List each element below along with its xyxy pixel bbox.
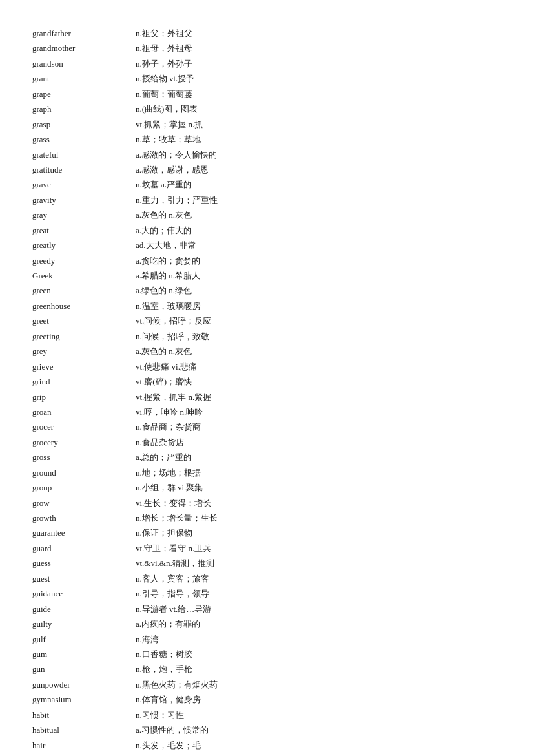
word-chinese: a.灰色的 n.灰色 (136, 344, 502, 358)
word-chinese: n.祖父；外祖父 (136, 26, 502, 40)
word-row: graven.坟墓 a.严重的 (32, 177, 502, 192)
word-chinese: n.温室，玻璃暖房 (136, 299, 502, 313)
word-chinese: a.希腊的 n.希腊人 (136, 269, 502, 282)
word-chinese: n.口香糖；树胶 (136, 647, 502, 661)
word-row: groundn.地；场地；根据 (32, 465, 502, 480)
word-chinese: a.灰色的 n.灰色 (136, 208, 502, 222)
word-row: greedya.贪吃的；贪婪的 (32, 253, 502, 268)
word-english: gunpowder (32, 678, 136, 691)
word-row: grindvt.磨(碎)；磨快 (32, 374, 502, 389)
word-row: guiden.导游者 vt.给…导游 (32, 602, 502, 616)
word-english: gray (32, 208, 136, 222)
word-english: group (32, 481, 136, 494)
word-chinese: vt.问候，招呼；反应 (136, 314, 502, 328)
word-chinese: n.枪，炮，手枪 (136, 662, 502, 676)
word-row: guessvt.&vi.&n.猜测，推测 (32, 556, 502, 571)
word-row: grandsonn.孙子，外孙子 (32, 56, 502, 71)
word-row: greena.绿色的 n.绿色 (32, 283, 502, 298)
word-row: haircutn.理发 (32, 753, 502, 756)
word-chinese: n.理发 (136, 753, 502, 756)
word-chinese: n.体育馆，健身房 (136, 693, 502, 706)
word-row: grossa.总的；严重的 (32, 450, 502, 465)
word-english: gun (32, 662, 136, 676)
word-row: guidancen.引导，指导，领导 (32, 586, 502, 601)
word-chinese: n.习惯；习性 (136, 708, 502, 722)
word-english: Greek (32, 269, 136, 282)
word-english: grandson (32, 57, 136, 70)
word-english: grandfather (32, 26, 136, 40)
word-english: greeting (32, 330, 136, 343)
word-chinese: n.引导，指导，领导 (136, 587, 502, 600)
word-english: guest (32, 572, 136, 585)
word-chinese: n.重力，引力；严重性 (136, 193, 502, 207)
word-row: guaranteen.保证；担保物 (32, 525, 502, 540)
word-chinese: vt.使悲痛 vi.悲痛 (136, 360, 502, 373)
word-english: grateful (32, 148, 136, 162)
word-chinese: vt.抓紧；掌握 n.抓 (136, 118, 502, 131)
word-chinese: n.增长；增长量；生长 (136, 511, 502, 525)
word-row: groupn.小组，群 vi.聚集 (32, 480, 502, 495)
word-row: gratefula.感激的；令人愉快的 (32, 147, 502, 162)
word-english: grind (32, 375, 136, 388)
word-row: gumn.口香糖；树胶 (32, 647, 502, 662)
word-chinese: vt.握紧，抓牢 n.紧握 (136, 390, 502, 404)
word-english: habitual (32, 723, 136, 737)
word-english: greedy (32, 254, 136, 268)
word-row: greetvt.问候，招呼；反应 (32, 313, 502, 328)
word-chinese: a.总的；严重的 (136, 450, 502, 464)
word-row: guiltya.内疚的；有罪的 (32, 616, 502, 631)
word-chinese: n.小组，群 vi.聚集 (136, 481, 502, 494)
word-english: graph (32, 102, 136, 116)
word-row: gulfn.海湾 (32, 632, 502, 647)
word-chinese: vt.&vi.&n.猜测，推测 (136, 556, 502, 570)
word-chinese: a.绿色的 n.绿色 (136, 284, 502, 297)
word-english: grieve (32, 360, 136, 373)
word-english: guilty (32, 617, 136, 631)
word-english: gravity (32, 193, 136, 207)
word-chinese: n.问候，招呼，致敬 (136, 330, 502, 343)
word-row: grandfathern.祖父；外祖父 (32, 26, 502, 41)
word-row: habitn.习惯；习性 (32, 708, 502, 722)
word-row: Greeka.希腊的 n.希腊人 (32, 268, 502, 283)
word-row: greatlyad.大大地，非常 (32, 238, 502, 253)
word-english: grocery (32, 436, 136, 449)
word-chinese: n.祖母，外祖母 (136, 41, 502, 55)
word-chinese: a.习惯性的，惯常的 (136, 723, 502, 737)
word-chinese: vt.守卫；看守 n.卫兵 (136, 541, 502, 555)
word-english: grave (32, 178, 136, 191)
word-row: guestn.客人，宾客；旅客 (32, 571, 502, 586)
word-chinese: a.感激的；令人愉快的 (136, 148, 502, 162)
word-english: grape (32, 87, 136, 101)
word-row: greya.灰色的 n.灰色 (32, 344, 502, 359)
word-chinese: a.贪吃的；贪婪的 (136, 254, 502, 268)
word-english: greatly (32, 238, 136, 252)
word-english: grey (32, 344, 136, 358)
word-english: grow (32, 496, 136, 510)
word-row: grandmothern.祖母，外祖母 (32, 41, 502, 56)
word-chinese: n.坟墓 a.严重的 (136, 178, 502, 191)
word-chinese: n.头发，毛发；毛 (136, 739, 502, 752)
word-list: grandfathern.祖父；外祖父grandmothern.祖母，外祖母gr… (32, 26, 502, 756)
word-chinese: a.感激，感谢，感恩 (136, 163, 502, 176)
word-row: groanvi.哼，呻吟 n.呻吟 (32, 404, 502, 419)
word-chinese: n.黑色火药；有烟火药 (136, 678, 502, 691)
word-english: grandmother (32, 41, 136, 55)
word-row: gunn.枪，炮，手枪 (32, 662, 502, 677)
word-row: grantn.授给物 vt.授予 (32, 71, 502, 86)
word-english: hair (32, 739, 136, 752)
word-row: greata.大的；伟大的 (32, 223, 502, 238)
word-english: grip (32, 390, 136, 404)
word-english: grasp (32, 118, 136, 131)
word-english: great (32, 224, 136, 237)
word-row: greetingn.问候，招呼，致敬 (32, 329, 502, 344)
word-english: groan (32, 405, 136, 419)
word-chinese: n.导游者 vt.给…导游 (136, 602, 502, 616)
word-row: gunpowdern.黑色火药；有烟火药 (32, 677, 502, 692)
word-english: habit (32, 708, 136, 722)
word-english: haircut (32, 753, 136, 756)
word-english: guess (32, 556, 136, 570)
word-chinese: n.草；牧草；草地 (136, 132, 502, 146)
word-row: gratitudea.感激，感谢，感恩 (32, 162, 502, 177)
word-chinese: n.客人，宾客；旅客 (136, 572, 502, 585)
word-english: guarantee (32, 526, 136, 540)
